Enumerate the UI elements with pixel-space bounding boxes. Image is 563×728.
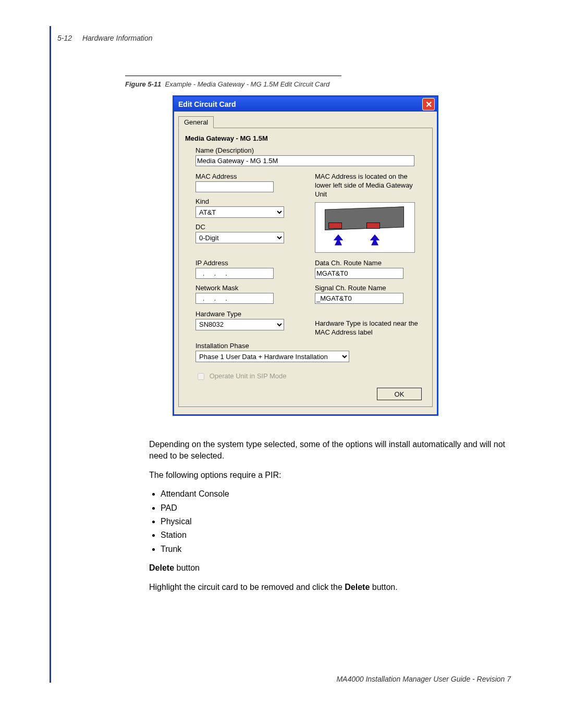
panel-section-title: Media Gateway - MG 1.5M xyxy=(185,134,426,142)
dc-label: DC xyxy=(195,223,304,231)
body-paragraph: The following options require a PIR: xyxy=(149,470,506,481)
name-label: Name (Description) xyxy=(195,146,424,154)
kind-select[interactable]: AT&T xyxy=(195,206,284,218)
figure-caption-text: Example - Media Gateway - MG 1.5M Edit C… xyxy=(165,80,330,88)
sip-mode-checkbox[interactable] xyxy=(198,373,204,380)
sip-mode-label: Operate Unit in SIP Mode xyxy=(210,372,287,380)
figure-rule xyxy=(125,76,341,76)
datach-input[interactable] xyxy=(315,268,403,279)
list-item: PAD xyxy=(161,502,506,514)
tab-panel: Media Gateway - MG 1.5M Name (Descriptio… xyxy=(178,128,433,407)
mask-input[interactable] xyxy=(195,293,274,304)
list-item: Trunk xyxy=(161,544,506,555)
device-illustration xyxy=(315,202,415,253)
datach-label: Data Ch. Route Name xyxy=(315,259,424,267)
dc-select[interactable]: 0-Digit xyxy=(195,232,284,243)
delete-text-bold: Delete xyxy=(345,583,370,591)
dialog-titlebar: Edit Circuit Card ✕ xyxy=(174,97,437,112)
close-icon: ✕ xyxy=(425,100,432,109)
mask-label: Network Mask xyxy=(195,284,304,292)
device-slot-icon xyxy=(366,223,380,229)
sigch-label: Signal Ch. Route Name xyxy=(315,284,424,292)
page-section: Hardware Information xyxy=(82,34,153,42)
delete-text-post: button. xyxy=(370,583,397,591)
arrow-up-icon xyxy=(331,232,346,246)
page-left-rule xyxy=(50,26,51,683)
delete-head-bold: Delete xyxy=(149,563,174,572)
delete-subheading: Delete button xyxy=(149,562,506,574)
page-header: 5-12 Hardware Information xyxy=(57,34,153,42)
list-item: Attendant Console xyxy=(161,488,506,500)
list-item: Station xyxy=(161,529,506,541)
page-body: Depending on the system type selected, s… xyxy=(149,436,506,600)
dialog-title: Edit Circuit Card xyxy=(178,100,236,108)
kind-label: Kind xyxy=(195,198,304,205)
form-area: Name (Description) MAC Address Kind AT&T… xyxy=(179,146,432,362)
mac-label: MAC Address xyxy=(195,172,304,180)
delete-text-pre: Highlight the circuit card to be removed… xyxy=(149,583,345,591)
list-item: Physical xyxy=(161,516,506,527)
delete-head-rest: button xyxy=(174,563,200,572)
close-button[interactable]: ✕ xyxy=(422,98,435,110)
figure-caption: Figure 5-11 Example - Media Gateway - MG… xyxy=(125,80,329,88)
tab-general[interactable]: General xyxy=(178,116,214,128)
page-footer: MA4000 Installation Manager User Guide -… xyxy=(336,675,511,683)
figure-label: Figure 5-11 xyxy=(125,80,161,88)
device-slot-icon xyxy=(328,223,342,229)
hwtype-select[interactable]: SN8032 xyxy=(195,319,284,330)
pir-options-list: Attendant Console PAD Physical Station T… xyxy=(149,488,506,555)
phase-label: Installation Phase xyxy=(195,342,424,350)
sigch-input[interactable] xyxy=(315,293,403,304)
hwtype-label: Hardware Type xyxy=(195,310,304,318)
edit-circuit-card-dialog: Edit Circuit Card ✕ General Media Gatewa… xyxy=(173,95,438,416)
mac-input[interactable] xyxy=(195,181,274,192)
hwtype-hint: Hardware Type is located near the MAC Ad… xyxy=(315,319,424,337)
mac-hint: MAC Address is located on the lower left… xyxy=(315,172,424,199)
body-paragraph: Depending on the system type selected, s… xyxy=(149,439,506,462)
arrow-up-icon xyxy=(368,232,382,246)
ip-input[interactable] xyxy=(195,268,274,279)
dialog-button-row: OK xyxy=(179,384,432,406)
ok-button[interactable]: OK xyxy=(377,388,422,400)
ip-label: IP Address xyxy=(195,259,304,267)
page-number: 5-12 xyxy=(57,34,72,42)
sip-mode-row: Operate Unit in SIP Mode xyxy=(195,372,432,381)
phase-select[interactable]: Phase 1 User Data + Hardware Installatio… xyxy=(195,351,349,362)
tab-row: General xyxy=(174,112,437,128)
delete-paragraph: Highlight the circuit card to be removed… xyxy=(149,582,506,593)
name-input[interactable] xyxy=(195,155,414,166)
